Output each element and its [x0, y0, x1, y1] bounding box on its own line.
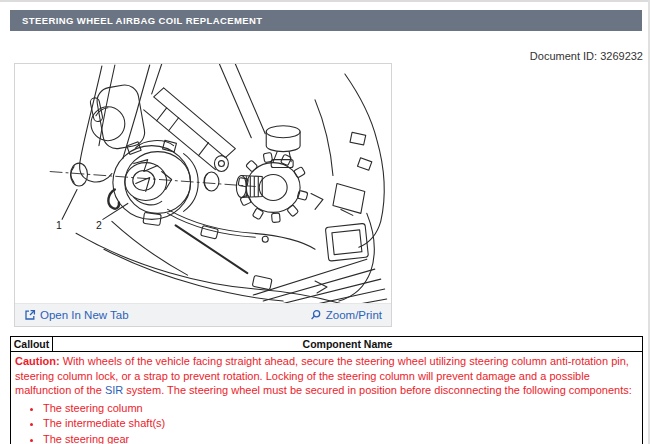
bracket-block	[350, 132, 366, 145]
wire-harness-line	[168, 213, 256, 237]
top-divider	[0, 0, 650, 2]
callout-column-header: Callout	[11, 337, 53, 352]
callout-2-leader	[103, 203, 128, 219]
right-inner-line	[315, 100, 333, 176]
module-box-inner	[332, 230, 362, 255]
zoom-print-link[interactable]: Zoom/Print	[310, 309, 382, 321]
right-hull	[345, 74, 384, 247]
magnifier-icon	[310, 309, 322, 321]
housing-outline	[80, 66, 112, 182]
coil-inner-ring	[125, 163, 167, 201]
open-in-new-tab-icon	[24, 309, 36, 321]
sir-system-link[interactable]: SIR	[105, 384, 123, 396]
callout-table: Callout Component Name Caution: With whe…	[10, 336, 643, 444]
clip	[252, 275, 272, 289]
tilt-knob	[266, 126, 300, 168]
caution-text-after: system. The steering wheel must be secur…	[126, 384, 631, 396]
zoom-print-label: Zoom/Print	[326, 309, 382, 321]
shaft-joint-center	[218, 161, 224, 167]
panel-edge-bold	[176, 225, 248, 273]
column-tube-line	[152, 64, 162, 94]
caution-bullet-list: The steering column The intermediate sha…	[15, 401, 638, 444]
bracket-detail	[311, 193, 353, 215]
housing-line	[99, 65, 115, 146]
bullet-steering-gear: The steering gear	[43, 432, 638, 444]
caution-row: Caution: With wheels of the vehicle faci…	[11, 352, 643, 444]
column-tube-line	[219, 64, 251, 138]
bullet-steering-column: The steering column	[43, 401, 638, 417]
component-name-column-header: Component Name	[53, 337, 643, 352]
intermediate-shaft	[144, 88, 236, 170]
column-hub	[238, 152, 308, 222]
floor-lines	[253, 259, 386, 303]
callout-table-header-row: Callout Component Name	[11, 337, 643, 352]
shaft-joint	[214, 156, 228, 172]
caution-label: Caution:	[15, 355, 60, 367]
assembly-centerline	[50, 172, 255, 187]
figure-footer: Open In New Tab Zoom/Print	[15, 303, 391, 326]
open-in-new-tab-link[interactable]: Open In New Tab	[24, 309, 129, 321]
callout-1-leader	[62, 189, 77, 219]
column-tube-line	[235, 64, 265, 134]
shaft-collars	[157, 108, 209, 156]
open-in-new-tab-label: Open In New Tab	[40, 309, 129, 321]
callout-1-label: 1	[56, 220, 62, 231]
lower-sweep-2	[104, 249, 283, 301]
document-id: Document ID: 3269232	[530, 50, 643, 62]
coil-ear	[163, 140, 177, 152]
wire-harness	[168, 209, 315, 249]
service-document-page: STEERING WHEEL AIRBAG COIL REPLACEMENT D…	[0, 0, 650, 444]
bullet-intermediate-shaft: The intermediate shaft(s)	[43, 416, 638, 432]
wire-clip-loop	[262, 236, 268, 242]
caution-paragraph: Caution: With wheels of the vehicle faci…	[15, 354, 638, 398]
seal-part	[71, 163, 88, 186]
column-cylinder	[91, 107, 125, 141]
bracket-plate	[333, 184, 365, 214]
callout-2-label: 2	[96, 220, 102, 231]
bracket-block	[358, 158, 372, 171]
page-title: STEERING WHEEL AIRBAG COIL REPLACEMENT	[10, 10, 642, 31]
figure-card: 1 2 Open In New Tab	[14, 63, 392, 327]
steering-column-diagram: 1 2	[15, 64, 391, 303]
caution-cell: Caution: With wheels of the vehicle faci…	[11, 352, 643, 444]
module-box	[325, 223, 368, 261]
